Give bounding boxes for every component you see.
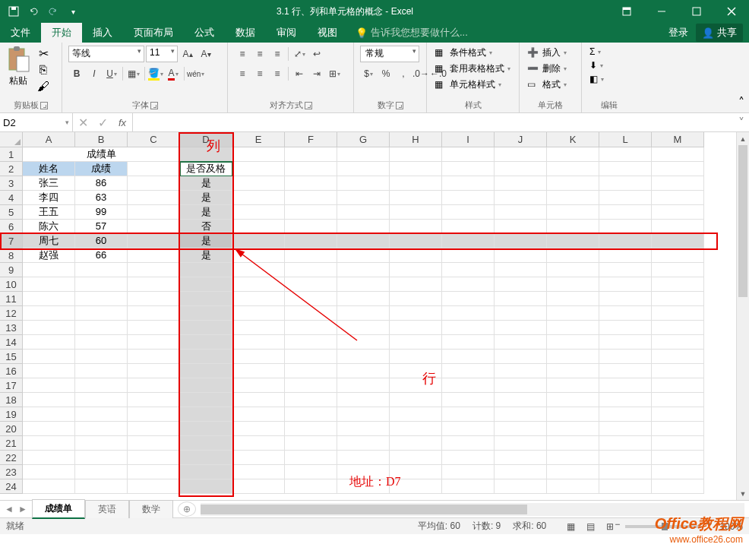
cell[interactable] [128, 176, 180, 191]
cell[interactable] [599, 147, 652, 162]
cell[interactable] [390, 147, 442, 162]
cell[interactable] [390, 306, 442, 321]
delete-cells-button[interactable]: ➖删除 [526, 62, 575, 76]
cell[interactable] [285, 350, 337, 364]
cell[interactable] [337, 306, 390, 321]
cell-styles-button[interactable]: ▦单元格样式 [433, 78, 513, 92]
font-dialog-launcher-icon[interactable] [150, 102, 158, 109]
row-header-17[interactable]: 17 [0, 378, 23, 393]
cell[interactable] [495, 277, 547, 292]
cell[interactable] [285, 292, 337, 306]
row-headers[interactable]: 123456789101112131415161718192021222324 [0, 147, 23, 494]
select-all-button[interactable] [0, 132, 23, 147]
cell[interactable] [232, 191, 285, 205]
cell[interactable] [232, 378, 285, 393]
cell[interactable] [285, 220, 337, 234]
cell[interactable] [337, 436, 390, 451]
cell[interactable] [128, 378, 180, 393]
cell[interactable] [337, 364, 390, 378]
cell[interactable] [75, 479, 128, 494]
fill-color-button[interactable]: 🪣 [147, 65, 164, 82]
cell[interactable] [232, 321, 285, 335]
cell[interactable] [285, 248, 337, 263]
row-header-7[interactable]: 7 [0, 234, 23, 248]
tell-me-search[interactable]: 💡 告诉我您想要做什么... [348, 23, 476, 43]
cell[interactable] [390, 162, 442, 176]
cell[interactable] [232, 263, 285, 277]
cell[interactable] [23, 321, 75, 335]
cells-area[interactable]: 成绩单姓名成绩是否及格张三86是李四63是王五99是陈六57否周七60是赵强66… [23, 147, 704, 494]
cell[interactable] [285, 147, 337, 162]
cell[interactable] [285, 407, 337, 422]
cell[interactable] [547, 306, 599, 321]
cell[interactable] [232, 422, 285, 436]
formula-input[interactable] [133, 113, 734, 131]
cell[interactable] [442, 378, 495, 393]
cell[interactable] [337, 205, 390, 220]
row-header-19[interactable]: 19 [0, 407, 23, 422]
cell[interactable] [337, 335, 390, 350]
row-header-9[interactable]: 9 [0, 263, 23, 277]
cell[interactable] [285, 176, 337, 191]
italic-button[interactable]: I [86, 65, 103, 82]
cell[interactable] [495, 234, 547, 248]
cell[interactable] [23, 306, 75, 321]
row-header-21[interactable]: 21 [0, 436, 23, 451]
share-button[interactable]: 👤共享 [696, 24, 743, 42]
cell[interactable] [75, 422, 128, 436]
cell[interactable] [128, 335, 180, 350]
cell[interactable] [75, 436, 128, 451]
cell[interactable] [390, 220, 442, 234]
col-header-J[interactable]: J [495, 132, 547, 147]
cell[interactable] [652, 378, 704, 393]
cell[interactable] [390, 191, 442, 205]
col-header-A[interactable]: A [23, 132, 75, 147]
cell[interactable] [390, 292, 442, 306]
cell[interactable] [128, 321, 180, 335]
cell[interactable] [495, 162, 547, 176]
cell[interactable] [128, 162, 180, 176]
cell[interactable] [75, 277, 128, 292]
row-header-5[interactable]: 5 [0, 205, 23, 220]
login-button[interactable]: 登录 [661, 23, 696, 43]
cell[interactable] [128, 263, 180, 277]
cell[interactable] [337, 422, 390, 436]
cell[interactable] [442, 292, 495, 306]
cell[interactable] [495, 220, 547, 234]
cell[interactable] [495, 176, 547, 191]
cell[interactable] [128, 436, 180, 451]
collapse-ribbon-icon[interactable]: ˄ [738, 95, 744, 109]
align-right-button[interactable]: ≡ [269, 65, 286, 82]
cell[interactable] [495, 263, 547, 277]
maximize-icon[interactable] [679, 0, 714, 23]
cell[interactable] [495, 422, 547, 436]
cell[interactable] [442, 436, 495, 451]
cell[interactable] [285, 234, 337, 248]
cell[interactable] [442, 422, 495, 436]
cell[interactable]: 成绩 [75, 162, 128, 176]
view-normal-icon[interactable]: ▦ [561, 520, 580, 533]
row-header-22[interactable]: 22 [0, 451, 23, 465]
font-color-button[interactable]: A [165, 65, 182, 82]
wrap-text-button[interactable]: ↩ [308, 46, 325, 62]
cell[interactable] [128, 277, 180, 292]
cell[interactable] [128, 191, 180, 205]
col-header-B[interactable]: B [75, 132, 128, 147]
merge-button[interactable]: ⊞ [326, 65, 343, 82]
cell[interactable] [652, 451, 704, 465]
col-header-H[interactable]: H [390, 132, 442, 147]
copy-button[interactable]: ⎘ [35, 62, 52, 78]
row-header-4[interactable]: 4 [0, 191, 23, 205]
hscroll-thumb[interactable] [201, 505, 527, 514]
enter-formula-icon[interactable]: ✓ [93, 115, 112, 130]
cell[interactable] [599, 263, 652, 277]
cell[interactable] [337, 263, 390, 277]
cell[interactable] [23, 393, 75, 407]
cell[interactable]: 是 [180, 248, 232, 263]
cell[interactable] [180, 479, 232, 494]
underline-button[interactable]: U [103, 65, 120, 82]
align-bottom-button[interactable]: ≡ [269, 46, 286, 62]
cell[interactable] [599, 436, 652, 451]
cell[interactable] [390, 393, 442, 407]
cell[interactable] [75, 407, 128, 422]
